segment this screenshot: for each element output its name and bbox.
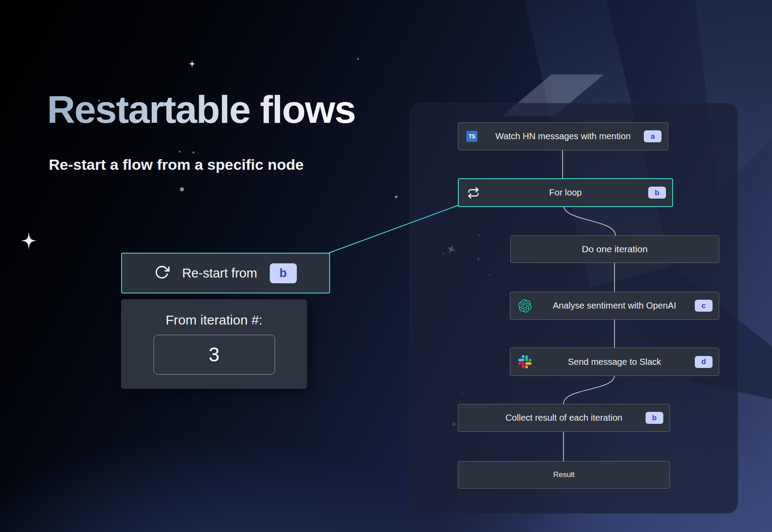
node-badge: a: [644, 130, 662, 142]
node-label: Collect result of each iteration: [505, 413, 622, 423]
typescript-icon: TS: [466, 131, 477, 142]
loop-icon: [467, 187, 480, 199]
node-badge: d: [695, 356, 713, 368]
flow-node-collect-result[interactable]: Collect result of each iteration b: [458, 404, 670, 432]
flow-connectors: [0, 0, 772, 532]
flow-node-result[interactable]: Result: [458, 461, 670, 489]
iteration-number-input[interactable]: [154, 335, 275, 375]
restart-icon: [154, 265, 169, 282]
node-label: Do one iteration: [582, 244, 647, 254]
flow-node-for-loop[interactable]: For loop b: [458, 178, 673, 207]
openai-icon: [518, 299, 532, 313]
node-badge: c: [695, 300, 713, 312]
flow-node-openai[interactable]: Analyse sentiment with OpenAI c: [510, 292, 719, 320]
restart-label: Re-start from: [182, 266, 257, 281]
restart-connection-line: [328, 205, 458, 253]
flow-node-slack[interactable]: Send message to Slack d: [510, 348, 719, 376]
node-label: For loop: [549, 188, 582, 198]
node-label: Analyse sentiment with OpenAI: [553, 301, 676, 311]
node-label: Result: [553, 470, 575, 479]
slack-icon: [518, 355, 532, 368]
flow-node-watch-hn[interactable]: TS Watch HN messages with mention a: [458, 122, 668, 150]
page: Restartable flows Re-start a flow from a…: [0, 0, 772, 532]
node-badge: b: [646, 412, 663, 424]
flow-node-do-one-iteration[interactable]: Do one iteration: [510, 235, 719, 263]
restart-badge: b: [270, 263, 297, 283]
node-label: Watch HN messages with mention: [496, 131, 631, 141]
node-badge: b: [648, 187, 666, 199]
iteration-panel: From iteration #:: [121, 299, 307, 389]
iteration-label: From iteration #:: [165, 313, 262, 328]
node-label: Send message to Slack: [568, 357, 661, 367]
restart-from-button[interactable]: Re-start from b: [121, 253, 330, 293]
